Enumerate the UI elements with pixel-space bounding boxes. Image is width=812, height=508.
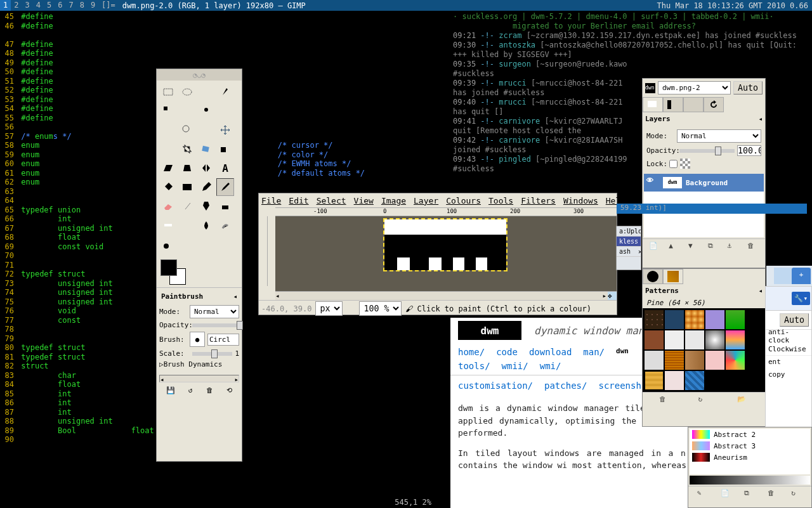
eraser-tool[interactable] [159, 197, 177, 215]
nav-tools[interactable]: tools/ [458, 361, 490, 371]
by-color-select-tool[interactable] [159, 102, 177, 120]
perspective-tool[interactable] [178, 159, 196, 177]
pattern-swatch[interactable] [644, 350, 664, 370]
anchor-layer-icon[interactable]: ⚓ [728, 242, 739, 253]
clone-tool[interactable] [216, 197, 234, 215]
pattern-swatch[interactable] [725, 309, 745, 330]
canvas-area[interactable] [275, 216, 617, 291]
layer-item-background[interactable]: 👁 dwm Background [644, 174, 764, 192]
nav-man[interactable]: man/ [583, 347, 605, 357]
tag-8[interactable]: 8 [77, 0, 88, 11]
tabbed-tab-1[interactable]: kless [617, 237, 641, 247]
menu-clockwise[interactable]: Clockwise [766, 342, 811, 355]
nav-dwm[interactable]: dwn [616, 347, 629, 357]
tag-2[interactable]: 2 [11, 0, 22, 11]
paint-mode-select[interactable]: Normal [190, 305, 239, 318]
pattern-swatch[interactable] [684, 309, 705, 330]
raise-layer-icon[interactable]: ▲ [669, 242, 680, 253]
panel-menu-icon[interactable]: ◂ [758, 115, 763, 123]
fuzzy-select-tool[interactable] [216, 83, 234, 101]
browser-new-tab[interactable]: + [792, 268, 811, 284]
pattern-swatch[interactable] [705, 350, 725, 370]
pattern-swatch[interactable] [684, 370, 705, 391]
flip-tool[interactable] [197, 159, 215, 177]
menu-view[interactable]: View [354, 196, 374, 205]
pattern-swatch[interactable] [644, 309, 664, 330]
image-selector[interactable]: dwm.png-2 [658, 81, 731, 94]
hscrollbar-canvas[interactable]: ◂▸✥ [275, 291, 617, 300]
blend-tool[interactable] [178, 178, 196, 196]
pattern-swatch[interactable] [705, 330, 725, 350]
pattern-swatch[interactable] [664, 309, 684, 330]
layer-name[interactable]: Background [686, 179, 728, 187]
menu-image[interactable]: Image [381, 196, 406, 205]
nav-code[interactable]: code [496, 347, 518, 357]
hscrollbar[interactable]: ◂▸ [159, 375, 239, 382]
menu-filters[interactable]: Filters [521, 196, 556, 205]
pattern-swatch[interactable] [664, 370, 684, 391]
menu-layer[interactable]: Layer [414, 196, 438, 205]
ink-tool[interactable] [197, 197, 215, 215]
menu-copy[interactable]: copy [766, 368, 811, 381]
paths-tool[interactable] [216, 102, 234, 120]
ruler-vertical[interactable] [259, 216, 268, 286]
gradient-list[interactable]: Abstract 2 Abstract 3 Aneurism [690, 429, 810, 474]
scale-tool[interactable] [216, 140, 234, 158]
color-picker-tool[interactable] [159, 121, 177, 139]
menu-file[interactable]: File [261, 196, 281, 205]
airbrush-tool[interactable] [178, 197, 196, 215]
brush-name[interactable] [207, 334, 239, 346]
tag-6[interactable]: 6 [55, 0, 65, 11]
brush-dynamics-expander[interactable]: ▷ Brush Dynamics [159, 360, 239, 368]
nav-patches[interactable]: patches/ [544, 381, 587, 391]
mini-auto-button[interactable]: Auto [780, 313, 809, 327]
pattern-swatch[interactable] [664, 350, 684, 370]
brushes-tab[interactable] [643, 269, 663, 284]
pattern-swatch[interactable] [725, 330, 745, 350]
nav-home[interactable]: home/ [458, 347, 485, 357]
layer-mode-select[interactable]: Normal [677, 129, 761, 143]
brush-preview[interactable]: ● [190, 332, 205, 347]
refresh-patterns-icon[interactable]: ↻ [698, 395, 709, 407]
gradient-item[interactable]: Abstract 2 [690, 429, 810, 440]
tag-3[interactable]: 3 [22, 0, 32, 11]
tabbed-tab-close[interactable]: ash ✕ [617, 247, 641, 257]
bucket-fill-tool[interactable] [159, 178, 177, 196]
tag-9[interactable]: 9 [88, 0, 98, 11]
pencil-tool[interactable] [197, 178, 215, 196]
layers-tab[interactable] [643, 97, 663, 112]
perspective-clone-tool[interactable] [178, 216, 196, 234]
rotate-tool[interactable] [197, 140, 215, 158]
image-canvas[interactable] [384, 219, 506, 270]
gradient-item[interactable]: Aneurism [690, 452, 810, 463]
open-pattern-dialog-icon[interactable]: 📂 [737, 395, 749, 407]
fg-color[interactable] [160, 259, 177, 276]
menu-select[interactable]: Select [317, 196, 346, 205]
measure-tool[interactable] [197, 121, 215, 139]
new-gradient-icon[interactable]: 📄 [721, 489, 732, 500]
menu-tools[interactable]: Tools [488, 196, 513, 205]
wrench-icon[interactable]: 🔧▾ [792, 292, 810, 305]
lock-alpha-icon[interactable] [680, 159, 690, 169]
scissors-tool[interactable] [178, 102, 196, 120]
pattern-swatch[interactable] [644, 370, 664, 391]
undo-tab[interactable] [704, 97, 724, 112]
text-tool[interactable]: A [216, 159, 234, 177]
browser-tab[interactable] [774, 268, 792, 284]
pattern-swatch[interactable] [644, 330, 664, 350]
pattern-swatch[interactable] [705, 309, 725, 330]
zoom-select[interactable]: 100 % [359, 301, 402, 316]
tag-5[interactable]: 5 [44, 0, 55, 11]
scale-slider[interactable] [192, 352, 232, 356]
foreground-select-tool[interactable] [197, 102, 215, 120]
paintbrush-tool[interactable] [216, 178, 234, 196]
tabbed-tab-0[interactable]: a:Uplo [617, 226, 641, 237]
ruler-horizontal[interactable]: -100 0 100 200 300 [275, 207, 617, 216]
dodge-tool[interactable] [159, 235, 177, 253]
nav-wmii[interactable]: wmii/ [502, 361, 528, 371]
reset-options-icon[interactable]: ⟲ [226, 386, 232, 394]
heal-tool[interactable] [159, 216, 177, 234]
menu-edit[interactable]: Edit [289, 196, 308, 205]
delete-pattern-icon[interactable]: 🗑 [659, 395, 671, 407]
rect-select-tool[interactable] [159, 83, 177, 101]
